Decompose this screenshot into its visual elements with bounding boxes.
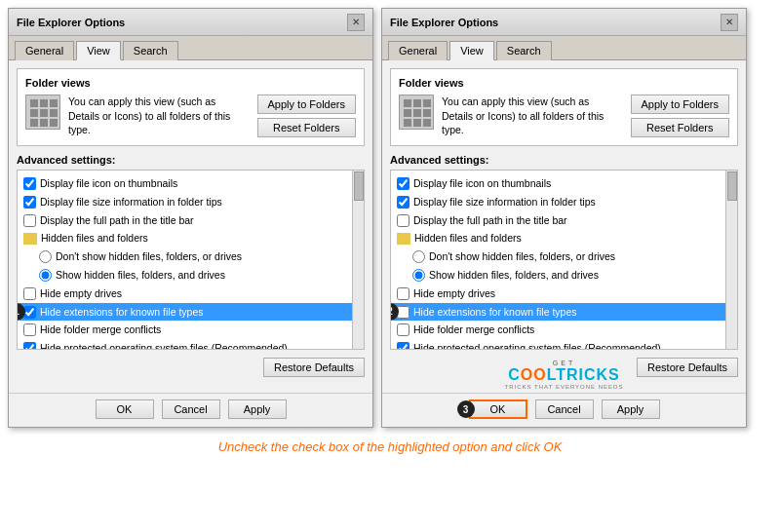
label-hide-merge-2: Hide folder merge conflicts [413, 322, 534, 338]
dialog-footer-1: OK Cancel Apply [9, 393, 372, 427]
label-hide-ext-2: Hide extensions for known file types [413, 304, 577, 321]
apply-button-2[interactable]: Apply [602, 399, 660, 419]
titlebar-2: File Explorer Options ✕ [382, 9, 746, 36]
scrollbar-thumb-1[interactable] [354, 171, 364, 201]
checkbox-hide-empty-2[interactable] [397, 287, 410, 300]
label-file-icon-2: Display file icon on thumbnails [413, 175, 551, 192]
label-show-hidden-1: Show hidden files, folders, and drives [56, 267, 225, 284]
restore-defaults-2[interactable]: Restore Defaults [637, 358, 738, 377]
checkbox-file-icon-1[interactable] [23, 177, 36, 190]
dialog-title-2: File Explorer Options [390, 17, 498, 28]
setting-file-icon-1: Display file icon on thumbnails [20, 174, 362, 193]
label-file-icon-1: Display file icon on thumbnails [40, 175, 177, 192]
close-button-2[interactable]: ✕ [721, 14, 738, 31]
label-hide-empty-2: Hide empty drives [413, 285, 495, 302]
tab-view-2[interactable]: View [449, 41, 494, 60]
scrollbar-thumb-2[interactable] [727, 171, 737, 201]
tab-view-1[interactable]: View [76, 41, 121, 60]
checkbox-filesize-1[interactable] [23, 196, 36, 209]
settings-list-1[interactable]: Display file icon on thumbnails Display … [17, 170, 365, 350]
label-hidden-header-1: Hidden files and folders [41, 230, 148, 247]
close-button-1[interactable]: ✕ [347, 14, 365, 31]
folder-small-icon-1 [23, 233, 37, 245]
dialog-1: File Explorer Options ✕ General View Sea… [8, 8, 373, 428]
setting-hide-merge-1: Hide folder merge conflicts [20, 321, 362, 339]
radio-show-hidden-1[interactable] [39, 269, 52, 282]
folder-icon-2 [399, 95, 434, 130]
tab-search-1[interactable]: Search [123, 41, 178, 60]
dialog-footer-2: GET COOLTRICKS TRICKS THAT EVERYONE NEED… [382, 393, 746, 427]
radio-show-hidden-2[interactable] [412, 269, 425, 282]
folder-views-label-1: Folder views [25, 77, 356, 89]
ok-button-2[interactable]: 3 OK [469, 399, 527, 419]
folder-views-text-1: You can apply this view (such as Details… [68, 95, 250, 137]
checkbox-file-icon-2[interactable] [397, 177, 410, 190]
folder-views-text-2: You can apply this view (such as Details… [442, 95, 623, 137]
dialog-content-2: Folder views You can apply this view (su… [382, 60, 746, 393]
checkbox-filesize-2[interactable] [397, 196, 410, 209]
step-badge-3: 3 [457, 400, 475, 418]
setting-hide-empty-1: Hide empty drives [20, 285, 362, 303]
setting-file-icon-2: Display file icon on thumbnails [393, 174, 735, 193]
label-hide-empty-1: Hide empty drives [40, 285, 122, 302]
setting-hide-protected-1: Hide protected operating system files (R… [20, 339, 362, 350]
label-hidden-header-2: Hidden files and folders [414, 230, 522, 247]
label-hide-protected-1: Hide protected operating system files (R… [40, 340, 288, 350]
label-dontshow-2: Don't show hidden files, folders, or dri… [429, 248, 615, 265]
setting-filesize-2: Display file size information in folder … [393, 193, 735, 211]
setting-hide-merge-2: Hide folder merge conflicts [393, 321, 735, 339]
scrollbar-2[interactable] [725, 171, 737, 349]
label-dontshow-1: Don't show hidden files, folders, or dri… [56, 248, 242, 265]
setting-hide-empty-2: Hide empty drives [393, 285, 735, 303]
checkbox-fullpath-1[interactable] [23, 214, 36, 227]
setting-hidden-header-2: Hidden files and folders [393, 229, 735, 247]
checkbox-hide-protected-1[interactable] [23, 342, 36, 350]
restore-defaults-1[interactable]: Restore Defaults [263, 358, 365, 377]
apply-button-1[interactable]: Apply [228, 399, 287, 419]
label-hide-merge-1: Hide folder merge conflicts [40, 322, 161, 338]
cancel-button-2[interactable]: Cancel [535, 399, 594, 419]
label-fullpath-1: Display the full path in the title bar [40, 212, 194, 229]
apply-to-folders-2[interactable]: Apply to Folders [631, 95, 729, 114]
advanced-label-2: Advanced settings: [390, 154, 738, 166]
restore-defaults-row-1: Restore Defaults [17, 358, 365, 377]
folder-views-inner-2: You can apply this view (such as Details… [399, 95, 729, 137]
label-fullpath-2: Display the full path in the title bar [413, 212, 567, 229]
tab-search-2[interactable]: Search [496, 41, 552, 60]
setting-fullpath-1: Display the full path in the title bar [20, 211, 362, 230]
reset-folders-2[interactable]: Reset Folders [631, 118, 729, 137]
tab-general-2[interactable]: General [388, 41, 448, 60]
checkbox-hide-empty-1[interactable] [23, 287, 36, 300]
cancel-button-1[interactable]: Cancel [162, 399, 220, 419]
tabs-row-2: General View Search [382, 36, 746, 60]
radio-dontshow-2[interactable] [412, 250, 425, 263]
ok-button-1[interactable]: OK [96, 399, 154, 419]
restore-defaults-row-2: Restore Defaults [390, 358, 738, 377]
folder-small-icon-2 [397, 233, 410, 245]
setting-show-hidden-1: Show hidden files, folders, and drives [20, 266, 362, 285]
folder-views-inner-1: You can apply this view (such as Details… [25, 95, 356, 137]
label-show-hidden-2: Show hidden files, folders, and drives [429, 267, 599, 284]
folder-views-section-1: Folder views You can apply this view (su… [17, 68, 365, 146]
apply-to-folders-1[interactable]: Apply to Folders [257, 95, 356, 114]
dialogs-container: File Explorer Options ✕ General View Sea… [0, 0, 780, 436]
caption: Uncheck the check box of the highlighted… [218, 436, 563, 460]
tab-general-1[interactable]: General [15, 41, 74, 60]
dialog-content-1: Folder views You can apply this view (su… [9, 60, 372, 393]
ok-label-2: OK [490, 403, 506, 415]
radio-dontshow-1[interactable] [39, 250, 52, 263]
setting-dontshow-1: Don't show hidden files, folders, or dri… [20, 247, 362, 266]
scrollbar-1[interactable] [352, 171, 364, 349]
settings-list-2[interactable]: Display file icon on thumbnails Display … [390, 170, 738, 350]
checkbox-hide-protected-2[interactable] [397, 342, 410, 350]
reset-folders-1[interactable]: Reset Folders [257, 118, 356, 137]
folder-views-section-2: Folder views You can apply this view (su… [390, 68, 738, 146]
dialog-2: File Explorer Options ✕ General View Sea… [381, 8, 747, 428]
titlebar-1: File Explorer Options ✕ [9, 9, 372, 36]
folder-views-label-2: Folder views [399, 77, 729, 89]
checkbox-fullpath-2[interactable] [397, 214, 410, 227]
folder-icon-1 [25, 95, 60, 130]
checkbox-hide-merge-2[interactable] [397, 323, 410, 336]
checkbox-hide-merge-1[interactable] [23, 323, 36, 336]
setting-hide-ext-1: 1 Hide extensions for known file types [20, 303, 362, 322]
